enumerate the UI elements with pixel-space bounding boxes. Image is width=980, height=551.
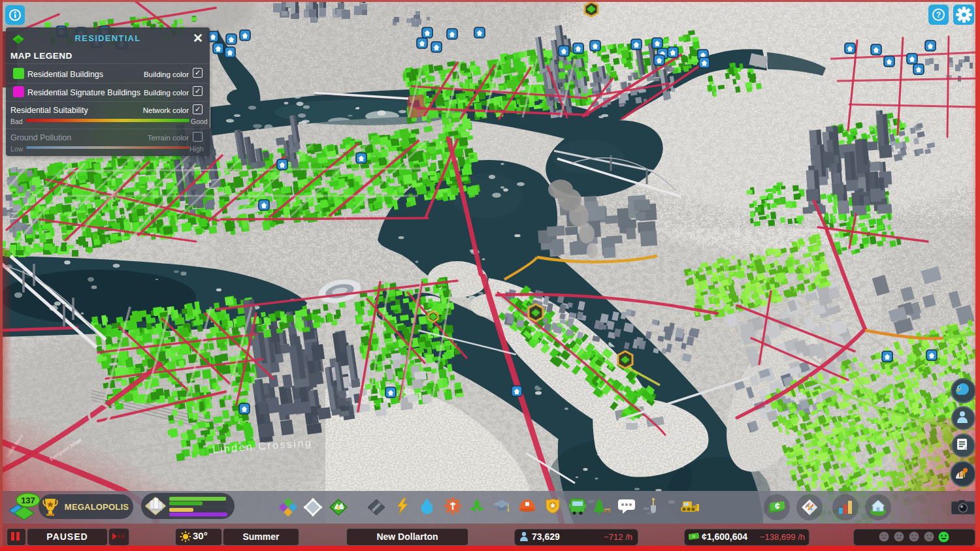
- svg-text:?: ?: [936, 10, 941, 20]
- svg-text:¢: ¢: [775, 501, 780, 511]
- svg-text:137: 137: [21, 496, 35, 505]
